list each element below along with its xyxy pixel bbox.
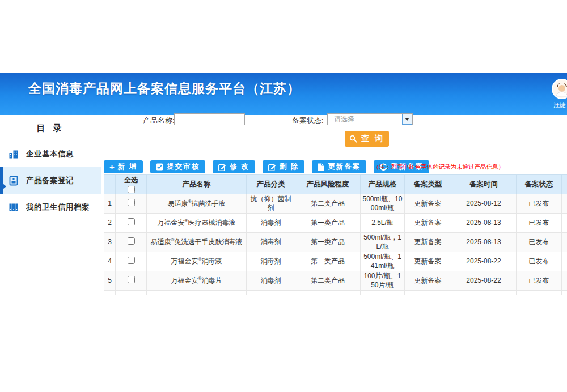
file-icon xyxy=(318,163,324,171)
user-avatar[interactable] xyxy=(552,79,567,99)
row-number: 3 xyxy=(104,233,116,252)
sidebar-item-credit-archive[interactable]: 我的卫生信用档案 xyxy=(0,194,101,220)
row-checkbox[interactable] xyxy=(128,199,135,206)
submit-review-button[interactable]: 提交审核 xyxy=(150,160,205,173)
category-cell: 消毒剂 xyxy=(247,214,295,233)
select-all-label: 全选 xyxy=(124,176,138,184)
sidebar-item-product-registration[interactable]: 产品备案登记 xyxy=(0,167,101,194)
row-checkbox[interactable] xyxy=(128,276,135,283)
product-name-text: 万福金安 xyxy=(158,219,185,227)
col-header-risk: 产品风险程度 xyxy=(295,175,361,194)
type-cell: 更新备案 xyxy=(405,194,451,214)
extra-cell xyxy=(562,214,567,233)
person-icon xyxy=(553,80,567,98)
extra-cell xyxy=(562,233,567,252)
risk-cell: 第一类产品 xyxy=(295,233,361,252)
user-name[interactable]: 汪婕 xyxy=(553,101,566,109)
row-number: 5 xyxy=(104,271,116,291)
extra-cell xyxy=(562,271,567,291)
add-button-label: 新 增 xyxy=(118,162,137,172)
spec-cell: 500ml/瓶，1L/瓶 xyxy=(361,233,405,252)
sidebar-item-label: 产品备案登记 xyxy=(26,176,74,186)
checkbox-checked-icon xyxy=(156,163,163,171)
product-name-text: 易适康 xyxy=(151,238,171,246)
col-header-number xyxy=(104,175,116,194)
status-cell: 已发布 xyxy=(517,271,562,291)
row-number: 1 xyxy=(104,194,116,214)
spec-cell: 2.5L/瓶 xyxy=(361,214,405,233)
col-header-name: 产品名称 xyxy=(147,175,247,194)
row-select-cell xyxy=(116,271,147,291)
table-row: 4 万福金安®消毒液 消毒剂 第一类产品 500ml/瓶、141ml/瓶 更新备… xyxy=(104,252,567,271)
row-checkbox[interactable] xyxy=(128,218,135,225)
submit-review-label: 提交审核 xyxy=(167,162,200,172)
clipped-row xyxy=(104,291,567,295)
records-table: 全选 产品名称 产品分类 产品风险程度 产品规格 备案类型 备案时间 备案状态 … xyxy=(104,174,567,295)
status-select[interactable]: 请选择 xyxy=(327,113,413,125)
update-record-button[interactable]: 更新备案 xyxy=(312,160,366,173)
type-cell: 更新备案 xyxy=(405,252,451,271)
modify-button[interactable]: 修 改 xyxy=(213,160,255,173)
query-button[interactable]: 查 询 xyxy=(345,131,389,147)
red-note-text: （注：列表中红色字体的记录为未通过产品信息） xyxy=(373,163,504,171)
row-checkbox[interactable] xyxy=(128,257,135,264)
add-button[interactable]: + 新 增 xyxy=(104,160,143,173)
row-select-cell xyxy=(116,194,147,214)
category-cell: 消毒剂 xyxy=(247,233,295,252)
col-header-date: 备案时间 xyxy=(451,175,517,194)
product-name-text: 万福金安 xyxy=(171,276,198,284)
category-cell: 抗（抑）菌制剂 xyxy=(247,194,295,214)
status-label: 备案状态: xyxy=(292,116,324,126)
select-all-checkbox[interactable] xyxy=(128,186,135,193)
plus-icon: + xyxy=(109,162,115,172)
category-cell: 消毒剂 xyxy=(247,252,295,271)
product-name-input[interactable] xyxy=(174,113,245,125)
sidebar-title: 目 录 xyxy=(0,115,101,140)
status-select-value: 请选择 xyxy=(328,114,402,124)
category-cell: 消毒剂 xyxy=(247,271,295,291)
extra-cell xyxy=(562,194,567,214)
col-header-category: 产品分类 xyxy=(247,175,295,194)
row-select-cell xyxy=(116,233,147,252)
row-checkbox[interactable] xyxy=(128,237,135,245)
product-name-cell: 易适康®抗菌洗手液 xyxy=(147,194,247,214)
spec-cell: 500ml瓶、1000ml/瓶 xyxy=(361,194,405,214)
risk-cell: 第二类产品 xyxy=(295,194,361,214)
archive-icon xyxy=(9,202,19,212)
product-name-text: 易适康 xyxy=(168,199,188,207)
edit-icon xyxy=(218,163,226,171)
row-select-cell xyxy=(116,214,147,233)
status-cell: 已发布 xyxy=(517,214,562,233)
building-icon xyxy=(9,149,19,159)
status-cell: 已发布 xyxy=(517,252,562,271)
extra-cell xyxy=(562,252,567,271)
spec-cell: 100片/瓶、150片/瓶 xyxy=(361,271,405,291)
delete-icon xyxy=(268,163,276,171)
row-number: 4 xyxy=(104,252,116,271)
app-window: 全国消毒产品网上备案信息服务平台（江苏） 汪婕 目 录 xyxy=(0,0,567,392)
date-cell: 2025-08-22 xyxy=(451,271,517,291)
date-cell: 2025-08-22 xyxy=(451,252,517,271)
chevron-down-icon[interactable] xyxy=(402,114,412,125)
type-cell: 更新备案 xyxy=(405,233,451,252)
search-icon xyxy=(349,135,357,143)
delete-button[interactable]: 删 除 xyxy=(263,160,304,173)
header-bar: 全国消毒产品网上备案信息服务平台（江苏） 汪婕 xyxy=(0,73,567,115)
col-header-type: 备案类型 xyxy=(405,175,451,194)
col-header-select-all: 全选 xyxy=(116,175,147,194)
date-cell: 2025-08-13 xyxy=(451,233,517,252)
modify-button-label: 修 改 xyxy=(230,162,249,172)
product-name-label: 产品名称: xyxy=(143,116,175,126)
sidebar: 目 录 企业基本信息 产品备案登记 xyxy=(0,115,101,319)
page-title: 全国消毒产品网上备案信息服务平台（江苏） xyxy=(28,80,301,97)
product-name-text: 消毒液 xyxy=(201,257,222,265)
sidebar-item-label: 企业基本信息 xyxy=(26,149,74,159)
product-name-text: 抗菌洗手液 xyxy=(191,199,225,207)
product-name-text: 万福金安 xyxy=(171,257,198,265)
sidebar-item-company-info[interactable]: 企业基本信息 xyxy=(0,140,101,167)
date-cell: 2025-08-12 xyxy=(451,194,517,214)
product-name-cell: 万福金安®医疗器械消毒液 xyxy=(147,214,247,233)
product-name-cell: 易适康®免洗速干手皮肤消毒液 xyxy=(147,233,247,252)
col-header-spec: 产品规格 xyxy=(361,175,405,194)
table-row: 5 万福金安®消毒片 消毒剂 第二类产品 100片/瓶、150片/瓶 更新备案 … xyxy=(104,271,567,291)
